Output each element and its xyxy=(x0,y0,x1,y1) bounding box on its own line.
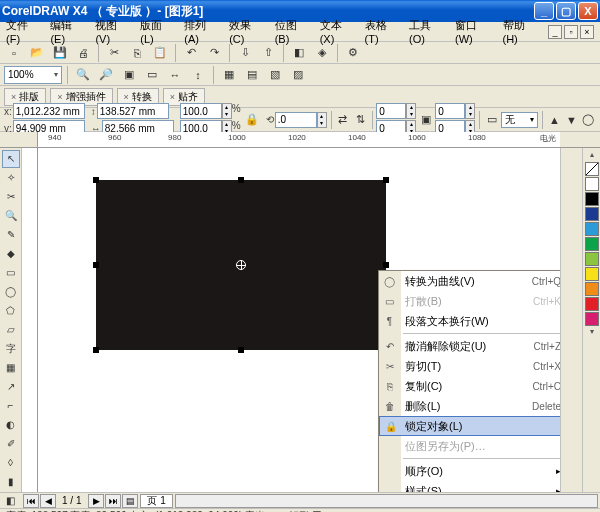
cut-icon[interactable]: ✂ xyxy=(104,43,124,63)
eyedropper-tool-icon[interactable]: ✐ xyxy=(2,435,20,453)
color-swatch[interactable] xyxy=(585,312,599,326)
basicshapes-tool-icon[interactable]: ▱ xyxy=(2,321,20,339)
zoom-fit-icon[interactable]: ▣ xyxy=(119,65,139,85)
ctx-item[interactable]: 顺序(O)▸ xyxy=(379,461,560,481)
scale-x-field[interactable]: 100.0 xyxy=(180,103,222,119)
no-color-swatch[interactable] xyxy=(585,162,599,176)
docker-rail[interactable] xyxy=(560,148,582,492)
color-swatch[interactable] xyxy=(585,252,599,266)
menu-effects[interactable]: 效果(C) xyxy=(229,18,260,45)
wrap-text-icon[interactable]: ▭ xyxy=(484,110,499,130)
freehand-tool-icon[interactable]: ✎ xyxy=(2,226,20,244)
convert-curves-icon[interactable]: ◯ xyxy=(581,110,596,130)
page-prev-button[interactable]: ◀ xyxy=(40,494,56,508)
ctx-item[interactable]: ¶段落文本换行(W) xyxy=(379,311,560,331)
page-tab-1[interactable]: 页 1 xyxy=(140,494,172,508)
mdi-minimize-button[interactable]: _ xyxy=(548,25,562,39)
zoom-out-icon[interactable]: 🔎 xyxy=(96,65,116,85)
menu-window[interactable]: 窗口(W) xyxy=(455,18,489,45)
undo-icon[interactable]: ↶ xyxy=(181,43,201,63)
ctx-item[interactable]: 样式(S)▸ xyxy=(379,481,560,492)
color-swatch[interactable] xyxy=(585,207,599,221)
color-swatch[interactable] xyxy=(585,177,599,191)
menu-view[interactable]: 视图(V) xyxy=(95,18,126,45)
page-first-button[interactable]: ⏮ xyxy=(23,494,39,508)
width-field[interactable]: 138.527 mm xyxy=(97,103,169,119)
zoom-in-icon[interactable]: 🔍 xyxy=(73,65,93,85)
rotation-spinner[interactable]: ▴▾ xyxy=(317,112,327,128)
lock-ratio-icon[interactable]: 🔒 xyxy=(244,110,260,130)
color-swatch[interactable] xyxy=(585,222,599,236)
mirror-v-icon[interactable]: ⇅ xyxy=(352,110,367,130)
menu-edit[interactable]: 编辑(E) xyxy=(50,18,81,45)
corner-lock-icon[interactable]: ▣ xyxy=(418,110,433,130)
color-swatch[interactable] xyxy=(585,192,599,206)
snap-guides-icon[interactable]: ▤ xyxy=(242,65,262,85)
fill-tool-icon[interactable]: ▮ xyxy=(2,473,20,491)
zoom-width-icon[interactable]: ↔ xyxy=(165,65,185,85)
app-launcher-icon[interactable]: ◧ xyxy=(289,43,309,63)
page-next-button[interactable]: ▶ xyxy=(88,494,104,508)
to-back-icon[interactable]: ▼ xyxy=(564,110,579,130)
connector-tool-icon[interactable]: ⌐ xyxy=(2,397,20,415)
color-swatch[interactable] xyxy=(585,237,599,251)
table-tool-icon[interactable]: ▦ xyxy=(2,359,20,377)
zoom-combo[interactable]: 100% xyxy=(4,66,62,84)
canvas[interactable]: ◯转换为曲线(V)Ctrl+Q▭打散(B)Ctrl+K¶段落文本换行(W)↶撤消… xyxy=(38,148,560,492)
corner-3-field[interactable]: 0 xyxy=(435,103,465,119)
menu-help[interactable]: 帮助(H) xyxy=(503,18,534,45)
rotation-center-icon[interactable] xyxy=(236,260,246,270)
menu-table[interactable]: 表格(T) xyxy=(365,18,395,45)
copy-icon[interactable]: ⎘ xyxy=(127,43,147,63)
mirror-h-icon[interactable]: ⇄ xyxy=(335,110,350,130)
maximize-button[interactable]: ▢ xyxy=(556,2,576,20)
menu-layout[interactable]: 版面(L) xyxy=(140,18,170,45)
ctx-item[interactable]: ◯转换为曲线(V)Ctrl+Q xyxy=(379,271,560,291)
mdi-close-button[interactable]: × xyxy=(580,25,594,39)
export-icon[interactable]: ⇧ xyxy=(258,43,278,63)
scale-x-spinner[interactable]: ▴▾ xyxy=(222,103,232,119)
zoom-height-icon[interactable]: ↕ xyxy=(188,65,208,85)
open-icon[interactable]: 📂 xyxy=(27,43,47,63)
pos-x-field[interactable]: 1,012.232 mm xyxy=(13,103,85,119)
polygon-tool-icon[interactable]: ⬠ xyxy=(2,302,20,320)
dimension-tool-icon[interactable]: ↗ xyxy=(2,378,20,396)
redo-icon[interactable]: ↷ xyxy=(204,43,224,63)
rotation-field[interactable]: .0 xyxy=(275,112,317,128)
palette-up-icon[interactable]: ▴ xyxy=(590,150,594,162)
mdi-restore-button[interactable]: ▫ xyxy=(564,25,578,39)
pick-tool-icon[interactable]: ↖ xyxy=(2,150,20,168)
menu-tools[interactable]: 工具(O) xyxy=(409,18,441,45)
paste-icon[interactable]: 📋 xyxy=(150,43,170,63)
minimize-button[interactable]: _ xyxy=(534,2,554,20)
print-icon[interactable]: 🖨 xyxy=(73,43,93,63)
menu-bitmap[interactable]: 位图(B) xyxy=(275,18,306,45)
zoom-tool-icon[interactable]: 🔍 xyxy=(2,207,20,225)
ctx-item[interactable]: 🗑删除(L)Delete xyxy=(379,396,560,416)
zoom-page-icon[interactable]: ▭ xyxy=(142,65,162,85)
color-swatch[interactable] xyxy=(585,297,599,311)
color-swatch[interactable] xyxy=(585,282,599,296)
save-icon[interactable]: 💾 xyxy=(50,43,70,63)
import-icon[interactable]: ⇩ xyxy=(235,43,255,63)
ctx-item[interactable]: ⎘复制(C)Ctrl+C xyxy=(379,376,560,396)
outline-width-combo[interactable]: 无 xyxy=(501,112,538,128)
palette-down-icon[interactable]: ▾ xyxy=(590,327,594,339)
text-tool-icon[interactable]: 字 xyxy=(2,340,20,358)
color-swatch[interactable] xyxy=(585,267,599,281)
page-add-button[interactable]: ▤ xyxy=(122,494,138,508)
ellipse-tool-icon[interactable]: ◯ xyxy=(2,283,20,301)
to-front-icon[interactable]: ▲ xyxy=(547,110,562,130)
menu-arrange[interactable]: 排列(A) xyxy=(184,18,215,45)
interactive-fill-icon[interactable]: ◧ xyxy=(2,492,20,510)
h-scrollbar[interactable] xyxy=(175,494,598,508)
new-icon[interactable]: ▫ xyxy=(4,43,24,63)
smartfill-tool-icon[interactable]: ◆ xyxy=(2,245,20,263)
snap-dynamic-icon[interactable]: ▨ xyxy=(288,65,308,85)
shape-tool-icon[interactable]: ✧ xyxy=(2,169,20,187)
page-last-button[interactable]: ⏭ xyxy=(105,494,121,508)
options-icon[interactable]: ⚙ xyxy=(343,43,363,63)
snap-objects-icon[interactable]: ▧ xyxy=(265,65,285,85)
outline-tool-icon[interactable]: ◊ xyxy=(2,454,20,472)
crop-tool-icon[interactable]: ✂ xyxy=(2,188,20,206)
